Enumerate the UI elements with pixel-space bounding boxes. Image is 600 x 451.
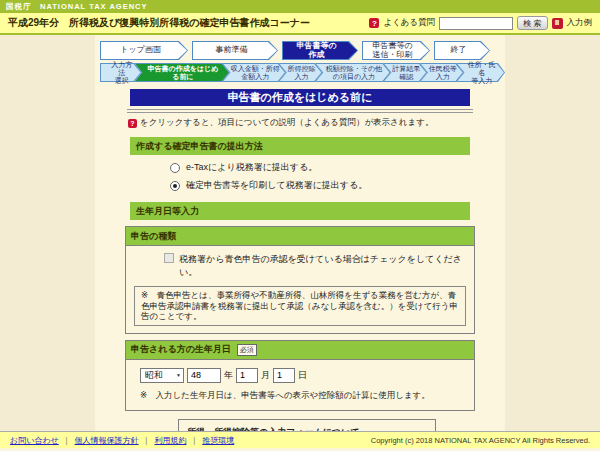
subtab-label: 住所・氏名 等入力 bbox=[457, 63, 505, 82]
input-example-link[interactable]: 入力例 bbox=[567, 17, 593, 29]
sub-step-tabs: 入力方法 選択 申告書の作成をはじめ る前に 収入金額・所得 金額入力 所得控除… bbox=[95, 63, 505, 82]
main-area: トップ画面 事前準備 申告書等の 作成 申告書等の 送信・印刷 終了 bbox=[0, 35, 600, 431]
input-form-box: 所得・所得控除等の入力フォームについて 以下にチェックを付けて「入力終了（次へ）… bbox=[178, 419, 436, 432]
site-header: 平成29年分 所得税及び復興特別所得税の確定申告書作成コーナー ? よくある質問… bbox=[0, 13, 600, 35]
footer-link-environment[interactable]: 推奨環境 bbox=[202, 435, 234, 446]
subtab-address-name[interactable]: 住所・氏名 等入力 bbox=[457, 63, 505, 82]
tab-top-screen[interactable]: トップ画面 bbox=[100, 41, 188, 60]
tab-label: 終了 bbox=[434, 41, 490, 60]
agency-bar: 国税庁 NATIONAL TAX AGENCY bbox=[0, 0, 600, 13]
divider bbox=[127, 109, 473, 113]
blue-return-note: ※ 青色申告とは、事業所得や不動産所得、山林所得を生ずる業務を営む方が、青色申告… bbox=[134, 286, 466, 326]
tab-label: トップ画面 bbox=[100, 41, 188, 60]
radio-button-etax[interactable] bbox=[170, 163, 180, 173]
search-button[interactable]: 検 索 bbox=[517, 16, 547, 30]
birthdate-inputs: 昭和 ▼ 年 月 日 bbox=[126, 360, 474, 387]
section-birthdate-input: 生年月日等入力 bbox=[130, 202, 470, 220]
tab-send-print[interactable]: 申告書等の 送信・印刷 bbox=[362, 41, 430, 60]
footer-links: お問い合わせ 個人情報保護方針 利用規約 推奨環境 bbox=[10, 435, 234, 446]
content-column: トップ画面 事前準備 申告書等の 作成 申告書等の 送信・印刷 終了 bbox=[95, 35, 505, 431]
help-icon: ? bbox=[369, 18, 379, 28]
help-note-text: をクリックすると、項目についての説明（よくある質問）が表示されます。 bbox=[140, 117, 433, 129]
birthdate-header: 申告される方の生年月日 必須 bbox=[126, 341, 474, 360]
radio-label: e-Taxにより税務署に提出する。 bbox=[186, 161, 317, 174]
submission-options: e-Taxにより税務署に提出する。 確定申告書等を印刷して税務署に提出する。 bbox=[170, 161, 505, 192]
checkbox-label: 税務署から青色申告の承認を受けている場合はチェックをしてください。 bbox=[179, 253, 464, 279]
tab-label: 申告書等の 送信・印刷 bbox=[362, 41, 430, 60]
subtab-tax-credit-other[interactable]: 税額控除・その他 の項目の入力 bbox=[315, 63, 390, 82]
radio-row-etax[interactable]: e-Taxにより税務署に提出する。 bbox=[170, 161, 505, 174]
month-suffix: 月 bbox=[261, 369, 270, 382]
header-tools: ? よくある質問 検 索 入力例 bbox=[369, 16, 592, 30]
subtab-label: 収入金額・所得 金額入力 bbox=[223, 63, 286, 82]
subtab-label: 申告書の作成をはじめ る前に bbox=[135, 63, 230, 82]
help-icon: ? bbox=[128, 119, 137, 128]
section-submission-method: 作成する確定申告書の提出方法 bbox=[130, 137, 470, 155]
tab-create-return[interactable]: 申告書等の 作成 bbox=[282, 41, 358, 60]
declaration-type-box: 申告の種類 税務署から青色申告の承認を受けている場合はチェックをしてください。 … bbox=[125, 226, 475, 334]
tab-finish[interactable]: 終了 bbox=[434, 41, 490, 60]
chevron-down-icon: ▼ bbox=[176, 372, 181, 378]
subtab-income-amount[interactable]: 収入金額・所得 金額入力 bbox=[223, 63, 286, 82]
input-example-icon bbox=[552, 18, 563, 29]
birthdate-header-text: 申告される方の生年月日 bbox=[131, 343, 231, 356]
birth-day-input[interactable] bbox=[273, 368, 295, 383]
era-select[interactable]: 昭和 ▼ bbox=[140, 368, 184, 383]
tab-preparation[interactable]: 事前準備 bbox=[192, 41, 278, 60]
site-title: 平成29年分 所得税及び復興特別所得税の確定申告書作成コーナー bbox=[8, 16, 310, 30]
screen: 国税庁 NATIONAL TAX AGENCY 平成29年分 所得税及び復興特別… bbox=[0, 0, 600, 451]
year-suffix: 年 bbox=[224, 369, 233, 382]
footer: お問い合わせ 個人情報保護方針 利用規約 推奨環境 Copyright (c) … bbox=[0, 431, 600, 448]
faq-link[interactable]: よくある質問 bbox=[383, 17, 435, 29]
copyright: Copyright (c) 2018 NATIONAL TAX AGENCY A… bbox=[371, 436, 590, 445]
birth-month-input[interactable] bbox=[236, 368, 258, 383]
radio-button-print-selected[interactable] bbox=[170, 181, 180, 191]
footer-link-contact[interactable]: お問い合わせ bbox=[10, 435, 75, 446]
subtab-label: 税額控除・その他 の項目の入力 bbox=[315, 63, 390, 82]
subtab-before-starting[interactable]: 申告書の作成をはじめ る前に bbox=[135, 63, 230, 82]
footer-link-terms[interactable]: 利用規約 bbox=[154, 435, 202, 446]
declaration-type-header: 申告の種類 bbox=[126, 227, 474, 246]
birth-year-input[interactable] bbox=[187, 368, 221, 383]
blue-return-checkbox[interactable] bbox=[164, 253, 174, 263]
era-select-value: 昭和 bbox=[145, 369, 163, 382]
main-step-tabs: トップ画面 事前準備 申告書等の 作成 申告書等の 送信・印刷 終了 bbox=[95, 41, 505, 60]
footer-link-privacy[interactable]: 個人情報保護方針 bbox=[75, 435, 155, 446]
radio-label: 確定申告書等を印刷して税務署に提出する。 bbox=[186, 179, 367, 192]
day-suffix: 日 bbox=[298, 369, 307, 382]
required-badge: 必須 bbox=[237, 344, 257, 356]
birthdate-box: 申告される方の生年月日 必須 昭和 ▼ 年 月 日 ※ 入力した生年月日は、申告… bbox=[125, 340, 475, 411]
page-title: 申告書の作成をはじめる前に bbox=[130, 89, 470, 106]
blue-return-checkbox-row[interactable]: 税務署から青色申告の承認を受けている場合はチェックをしてください。 bbox=[126, 246, 474, 282]
tab-label: 申告書等の 作成 bbox=[282, 41, 358, 60]
radio-row-print[interactable]: 確定申告書等を印刷して税務署に提出する。 bbox=[170, 179, 505, 192]
tab-label: 事前準備 bbox=[192, 41, 278, 60]
search-input[interactable] bbox=[439, 17, 513, 30]
agency-logo: 国税庁 NATIONAL TAX AGENCY bbox=[6, 2, 147, 12]
birthdate-note: ※ 入力した生年月日は、申告書等への表示や控除額の計算に使用します。 bbox=[126, 387, 474, 410]
help-note: ? をクリックすると、項目についての説明（よくある質問）が表示されます。 bbox=[128, 117, 505, 129]
